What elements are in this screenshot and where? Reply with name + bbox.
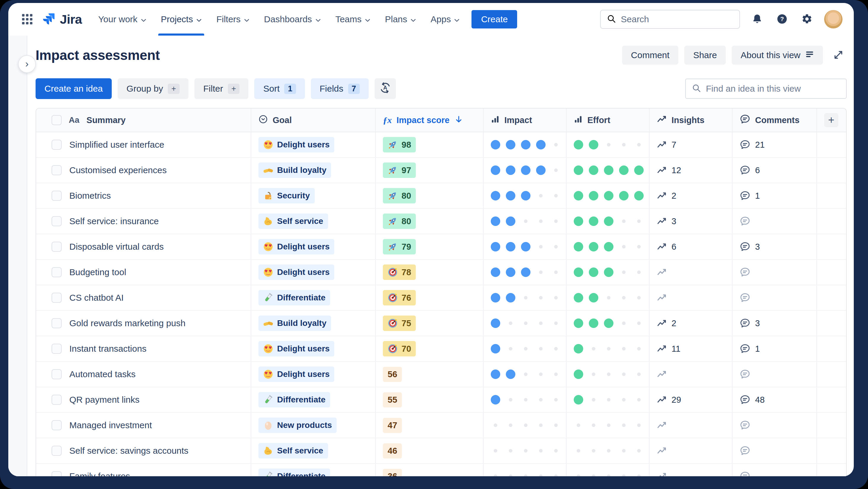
idea-summary[interactable]: Simplified user interface xyxy=(69,140,164,150)
insights-count[interactable]: 29 xyxy=(657,395,681,405)
global-search[interactable] xyxy=(600,10,740,29)
comments-count[interactable]: 48 xyxy=(740,394,765,405)
comments-count[interactable] xyxy=(740,420,750,431)
row-checkbox[interactable] xyxy=(52,216,62,226)
impact-rating[interactable] xyxy=(491,424,566,427)
comments-count[interactable]: 3 xyxy=(740,318,760,328)
about-this-view-button[interactable]: About this view xyxy=(732,46,823,65)
effort-rating[interactable] xyxy=(574,166,649,175)
nav-item-teams[interactable]: Teams xyxy=(328,3,377,36)
impact-rating[interactable] xyxy=(491,242,566,252)
auto-translate-button[interactable]: A xyxy=(375,78,396,99)
insights-count[interactable]: 2 xyxy=(657,191,676,201)
table-row[interactable]: Managed investment New products 47 xyxy=(36,413,846,438)
idea-summary[interactable]: Instant transactions xyxy=(69,344,146,354)
impact-score-chip[interactable]: 80 xyxy=(383,213,416,229)
filter-button[interactable]: Filter + xyxy=(194,78,248,99)
insights-count[interactable] xyxy=(657,293,667,303)
row-checkbox[interactable] xyxy=(52,344,62,354)
insights-count[interactable]: 2 xyxy=(657,318,676,328)
row-checkbox[interactable] xyxy=(52,165,62,175)
help-button[interactable]: ? xyxy=(774,11,790,27)
sidebar-expand-button[interactable]: › xyxy=(18,55,36,73)
impact-rating[interactable] xyxy=(491,370,566,379)
goal-chip[interactable]: ♥♥ Delight users xyxy=(258,341,334,356)
goal-chip[interactable]: Self service xyxy=(258,213,328,229)
idea-summary[interactable]: CS chatbot AI xyxy=(69,293,124,303)
impact-score-chip[interactable]: 70 xyxy=(383,341,416,356)
settings-button[interactable] xyxy=(799,11,815,27)
column-header-goal[interactable]: Goal xyxy=(251,109,376,132)
find-idea-search[interactable] xyxy=(685,79,847,99)
table-row[interactable]: QR payment links Differentiate 55 29 48 xyxy=(36,387,846,413)
row-checkbox[interactable] xyxy=(52,446,62,456)
notifications-button[interactable] xyxy=(749,11,765,27)
column-header-effort[interactable]: Effort xyxy=(567,109,650,132)
row-checkbox[interactable] xyxy=(52,369,62,379)
impact-score-chip[interactable]: 97 xyxy=(383,163,416,178)
app-switcher-button[interactable] xyxy=(19,11,36,28)
column-header-insights[interactable]: Insights xyxy=(650,109,733,132)
impact-score-chip[interactable]: 36 xyxy=(383,469,402,477)
impact-score-chip[interactable]: 78 xyxy=(383,264,416,280)
idea-summary[interactable]: Automated tasks xyxy=(69,369,135,379)
idea-summary[interactable]: Customised experiences xyxy=(69,165,167,175)
insights-count[interactable]: 11 xyxy=(657,344,680,354)
effort-rating[interactable] xyxy=(574,191,649,200)
impact-rating[interactable] xyxy=(491,267,566,277)
idea-summary[interactable]: Biometrics xyxy=(69,191,111,201)
effort-rating[interactable] xyxy=(574,242,649,252)
impact-rating[interactable] xyxy=(491,318,566,328)
insights-count[interactable] xyxy=(657,267,667,277)
nav-item-plans[interactable]: Plans xyxy=(377,3,423,36)
find-idea-input[interactable] xyxy=(706,84,840,94)
row-checkbox[interactable] xyxy=(52,140,62,150)
goal-chip[interactable]: ♥♥ Delight users xyxy=(258,239,334,254)
effort-rating[interactable] xyxy=(574,474,649,476)
effort-rating[interactable] xyxy=(574,449,649,453)
comments-count[interactable] xyxy=(740,369,750,380)
share-button[interactable]: Share xyxy=(684,46,726,65)
row-checkbox[interactable] xyxy=(52,395,62,405)
global-search-input[interactable] xyxy=(621,14,734,24)
impact-score-chip[interactable]: 98 xyxy=(383,137,416,152)
effort-rating[interactable] xyxy=(574,395,649,404)
table-row[interactable]: Customised experiences Build loyalty 97 … xyxy=(36,158,846,183)
effort-rating[interactable] xyxy=(574,217,649,226)
comments-count[interactable]: 1 xyxy=(740,343,760,354)
goal-chip[interactable]: Self service xyxy=(258,443,328,458)
table-row[interactable]: Family features Differentiate 36 xyxy=(36,464,846,476)
impact-score-chip[interactable]: 76 xyxy=(383,290,416,306)
nav-item-projects[interactable]: Projects xyxy=(154,3,209,36)
comments-count[interactable] xyxy=(740,292,750,303)
goal-chip[interactable]: ♥♥ Delight users xyxy=(258,264,334,280)
row-checkbox[interactable] xyxy=(52,267,62,277)
row-checkbox[interactable] xyxy=(52,191,62,201)
create-idea-button[interactable]: Create an idea xyxy=(36,78,112,99)
comments-count[interactable]: 1 xyxy=(740,191,760,201)
comments-count[interactable] xyxy=(740,445,750,456)
table-row[interactable]: CS chatbot AI Differentiate 76 xyxy=(36,285,846,311)
nav-item-filters[interactable]: Filters xyxy=(209,3,257,36)
row-checkbox[interactable] xyxy=(52,420,62,430)
table-row[interactable]: Automated tasks ♥♥ Delight users 56 xyxy=(36,362,846,387)
table-row[interactable]: Self service: insurance Self service 80 … xyxy=(36,209,846,234)
fullscreen-button[interactable] xyxy=(830,47,847,63)
idea-summary[interactable]: Self service: savings accounts xyxy=(69,446,188,456)
table-row[interactable]: Biometrics Security 80 2 1 xyxy=(36,183,846,209)
goal-chip[interactable]: Build loyalty xyxy=(258,163,331,178)
impact-score-chip[interactable]: 55 xyxy=(383,392,402,407)
comments-count[interactable]: 3 xyxy=(740,241,760,252)
table-row[interactable]: Simplified user interface ♥♥ Delight use… xyxy=(36,132,846,158)
sort-button[interactable]: Sort 1 xyxy=(254,78,305,99)
goal-chip[interactable]: Differentiate xyxy=(258,392,330,407)
idea-summary[interactable]: Disposable virtual cards xyxy=(69,242,163,252)
goal-chip[interactable]: Differentiate xyxy=(258,290,330,306)
impact-score-chip[interactable]: 75 xyxy=(383,316,416,331)
goal-chip[interactable]: ♥♥ Delight users xyxy=(258,367,334,382)
impact-score-chip[interactable]: 47 xyxy=(383,418,402,433)
insights-count[interactable] xyxy=(657,446,667,456)
fields-button[interactable]: Fields 7 xyxy=(311,78,369,99)
impact-score-chip[interactable]: 79 xyxy=(383,239,416,254)
column-header-impact[interactable]: Impact xyxy=(484,109,567,132)
